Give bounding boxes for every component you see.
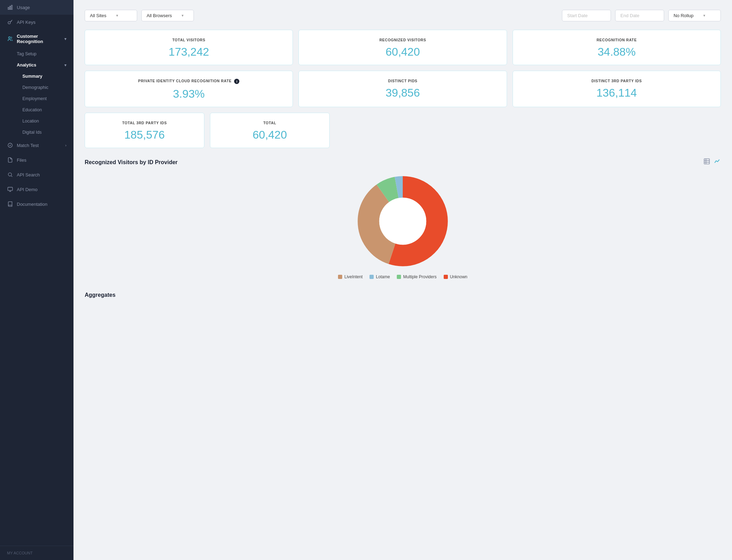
sidebar-item-documentation[interactable]: Documentation [0, 197, 73, 211]
legend-label-liveintent: LiveIntent [344, 274, 363, 279]
monitor-icon [7, 186, 13, 192]
chart-container: LiveIntent Lotame Multiple Providers Unk… [85, 172, 721, 279]
sidebar-item-demographic[interactable]: Demographic [0, 82, 73, 93]
legend-dot-unknown [444, 275, 448, 279]
table-view-button[interactable] [703, 158, 710, 167]
sidebar-item-analytics-label: Analytics [17, 63, 36, 68]
donut-svg [354, 172, 452, 270]
sidebar-item-employment-label: Employment [22, 96, 47, 101]
sidebar-item-location[interactable]: Location [0, 115, 73, 127]
browsers-filter[interactable]: All Browsers ▾ [141, 10, 194, 21]
distinct-pids-label: DISTINCT PIDS [388, 79, 417, 83]
legend-item-multiple-providers: Multiple Providers [397, 274, 436, 279]
sidebar-item-employment[interactable]: Employment [0, 93, 73, 104]
svg-rect-8 [8, 187, 12, 190]
key-icon [7, 19, 13, 25]
donut-chart [354, 172, 452, 270]
total-3rd-value: 185,576 [124, 128, 165, 141]
info-icon: i [234, 79, 239, 84]
total-visitors-value: 173,242 [169, 46, 209, 58]
stat-card-recognition-rate: RECOGNITION RATE 34.88% [513, 30, 721, 65]
svg-point-4 [8, 37, 10, 38]
rollup-filter-chevron: ▾ [703, 13, 705, 18]
sites-filter[interactable]: All Sites ▾ [85, 10, 137, 21]
sidebar-item-summary[interactable]: Summary [0, 71, 73, 82]
total-visitors-label: TOTAL VISITORS [172, 38, 205, 42]
aggregates-title: Aggregates [85, 292, 721, 298]
chart-title: Recognized Visitors by ID Provider [85, 159, 178, 166]
stat-card-total: TOTAL 60,420 [210, 113, 330, 148]
svg-rect-0 [8, 7, 9, 9]
chevron-down-icon: ▾ [64, 37, 66, 41]
sidebar-item-digital-ids[interactable]: Digital Ids [0, 127, 73, 138]
rollup-filter-label: No Rollup [674, 13, 694, 18]
start-date-input[interactable]: Start Date [562, 10, 611, 21]
doc-icon [7, 201, 13, 207]
sidebar-item-usage-label: Usage [17, 5, 30, 10]
chart-legend: LiveIntent Lotame Multiple Providers Unk… [338, 274, 467, 279]
sidebar-item-usage[interactable]: Usage [0, 0, 73, 15]
distinct-pids-value: 39,856 [386, 86, 420, 99]
recognition-rate-value: 34.88% [598, 46, 636, 58]
filter-bar: All Sites ▾ All Browsers ▾ Start Date En… [85, 10, 721, 21]
stat-card-recognized-visitors: RECOGNIZED VISITORS 60,420 [298, 30, 507, 65]
legend-label-unknown: Unknown [450, 274, 467, 279]
legend-item-liveintent: LiveIntent [338, 274, 363, 279]
browsers-filter-label: All Browsers [147, 13, 172, 18]
sidebar-footer: MY ACCOUNT [0, 546, 73, 560]
main-content: All Sites ▾ All Browsers ▾ Start Date En… [73, 0, 732, 560]
sidebar-item-api-search-label: API Search [17, 172, 40, 177]
browsers-filter-chevron: ▾ [182, 13, 184, 18]
recognition-rate-label: RECOGNITION RATE [597, 38, 637, 42]
private-cloud-label: PRIVATE IDENTITY CLOUD RECOGNITION RATE … [138, 79, 240, 84]
sidebar-item-files-label: Files [17, 158, 26, 163]
donut-center [379, 198, 426, 245]
stat-card-private-cloud: PRIVATE IDENTITY CLOUD RECOGNITION RATE … [85, 71, 293, 107]
legend-item-unknown: Unknown [444, 274, 467, 279]
stats-grid-middle: PRIVATE IDENTITY CLOUD RECOGNITION RATE … [85, 71, 721, 107]
sidebar-item-education[interactable]: Education [0, 104, 73, 115]
recognized-visitors-label: RECOGNIZED VISITORS [379, 38, 426, 42]
sidebar-item-documentation-label: Documentation [17, 202, 47, 207]
sidebar-item-tag-setup-label: Tag Setup [17, 51, 36, 56]
my-account-label: MY ACCOUNT [7, 551, 33, 555]
svg-line-7 [11, 176, 12, 177]
total-label: TOTAL [263, 121, 276, 125]
stats-grid-top: TOTAL VISITORS 173,242 RECOGNIZED VISITO… [85, 30, 721, 65]
sites-filter-chevron: ▾ [116, 13, 118, 18]
check-circle-icon [7, 142, 13, 148]
sidebar-item-match-test-label: Match Test [17, 143, 39, 148]
private-cloud-value: 3.93% [173, 88, 205, 100]
end-date-input[interactable]: End Date [615, 10, 664, 21]
sidebar-item-summary-label: Summary [22, 74, 42, 79]
sidebar-item-api-demo[interactable]: API Demo [0, 182, 73, 197]
sites-filter-label: All Sites [90, 13, 106, 18]
legend-label-multiple-providers: Multiple Providers [403, 274, 436, 279]
search-icon [7, 172, 13, 178]
sidebar-item-demographic-label: Demographic [22, 85, 48, 90]
distinct-3rd-label: DISTINCT 3RD PARTY IDS [591, 79, 642, 83]
rollup-filter[interactable]: No Rollup ▾ [668, 10, 721, 21]
legend-label-lotame: Lotame [376, 274, 390, 279]
sidebar-item-files[interactable]: Files [0, 153, 73, 167]
end-date-placeholder: End Date [620, 13, 639, 18]
chart-actions [703, 158, 721, 167]
sidebar-item-tag-setup[interactable]: Tag Setup [0, 48, 73, 59]
sidebar-item-analytics[interactable]: Analytics ▾ [0, 59, 73, 71]
sidebar-item-api-keys[interactable]: API Keys [0, 15, 73, 29]
chevron-down-icon-analytics: ▾ [64, 63, 66, 68]
svg-point-6 [8, 173, 12, 176]
sidebar-item-api-search[interactable]: API Search [0, 167, 73, 182]
sidebar-item-customer-recognition-label: Customer Recognition [17, 34, 61, 44]
legend-dot-multiple-providers [397, 275, 401, 279]
line-view-button[interactable] [714, 158, 721, 167]
sidebar-item-match-test[interactable]: Match Test › [0, 138, 73, 153]
sidebar-item-customer-recognition[interactable]: Customer Recognition ▾ [0, 29, 73, 48]
sidebar-item-location-label: Location [22, 119, 39, 124]
legend-dot-lotame [369, 275, 374, 279]
total-3rd-label: TOTAL 3RD PARTY IDS [122, 121, 167, 125]
svg-rect-2 [11, 5, 12, 9]
stat-card-distinct-pids: DISTINCT PIDS 39,856 [298, 71, 507, 107]
svg-rect-1 [10, 6, 11, 9]
stat-card-distinct-3rd: DISTINCT 3RD PARTY IDS 136,114 [513, 71, 721, 107]
